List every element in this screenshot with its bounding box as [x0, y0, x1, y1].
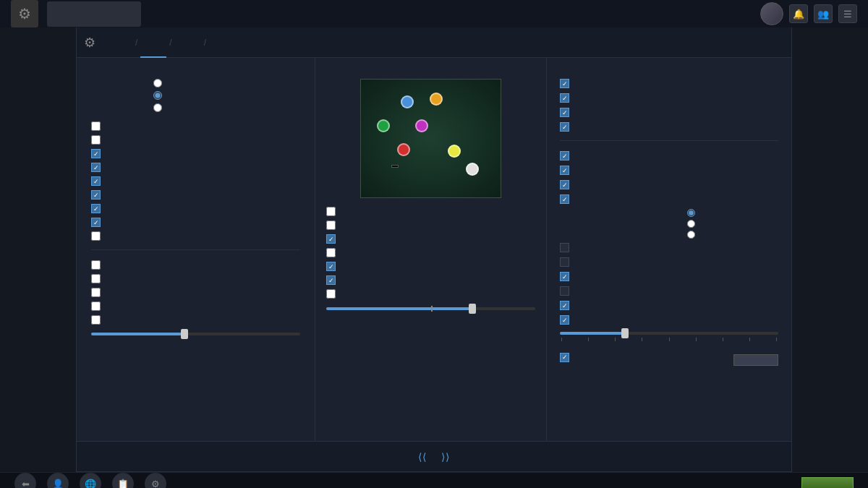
- cb-disable-zoom[interactable]: [91, 301, 300, 311]
- mm-cb-simple-bg[interactable]: ✓: [326, 234, 535, 244]
- arrow-down-left-icon: ⟨⟨: [418, 451, 427, 463]
- tab-hotkeys[interactable]: [106, 27, 132, 58]
- if-cb-disable-status[interactable]: [560, 243, 778, 252]
- mm-cb-hide-bg[interactable]: [326, 221, 535, 230]
- play-dota-button[interactable]: [801, 477, 854, 488]
- if-cb-differentiate-ally[interactable]: ✓: [560, 301, 778, 310]
- radio-never[interactable]: [153, 79, 166, 87]
- alt-badge: [391, 165, 399, 168]
- cb-channeled[interactable]: ✓: [91, 190, 300, 200]
- interface-checkboxes-1: ✓ ✓ ✓ ✓: [560, 151, 778, 204]
- cb-double-tap[interactable]: [91, 135, 300, 145]
- if-cb-neutral-spawn[interactable]: ✓: [560, 166, 778, 175]
- cb-quick-attack[interactable]: ✓: [91, 218, 300, 227]
- camera-speed-fill: [91, 333, 185, 335]
- gear-icon: ⚙: [84, 35, 95, 51]
- interface-extra-checkboxes: ✓ ✓ ✓: [560, 243, 778, 325]
- friends-icon[interactable]: 👥: [814, 4, 833, 23]
- cb-quick-move[interactable]: [91, 231, 300, 241]
- minimap-background: [361, 80, 501, 197]
- minimap-hero-size-notch: [431, 306, 433, 312]
- tab-bar: ⚙ / / /: [77, 27, 791, 58]
- arrow-down-right-icon: ⟩⟩: [441, 451, 450, 463]
- auto-attack-radios: [153, 79, 166, 116]
- user-avatar: [760, 2, 783, 25]
- tab-audio[interactable]: [209, 27, 235, 58]
- minimap-hero-4: [415, 119, 428, 132]
- taskbar-icon-4[interactable]: 📋: [112, 473, 134, 488]
- minimap-hero-6: [448, 145, 461, 158]
- camera-speed-row: [91, 330, 300, 335]
- cursor-size-thumb[interactable]: [621, 328, 629, 338]
- radio-hero-names[interactable]: [687, 209, 699, 217]
- display-names-radios: [687, 209, 699, 239]
- taskbar-icon-2[interactable]: 👤: [47, 473, 69, 488]
- if-cb-unit-query[interactable]: ✓: [560, 272, 778, 281]
- cb-edge-pan[interactable]: [91, 260, 300, 270]
- radio-standard[interactable]: [153, 91, 166, 100]
- cursor-size-section: [560, 330, 778, 341]
- chat-cb-channel[interactable]: ✓: [560, 93, 778, 103]
- radio-nothing[interactable]: [687, 231, 699, 239]
- game-checkboxes: ✓ ✓ ✓ ✓ ✓: [91, 121, 300, 241]
- camera-section: [91, 260, 300, 335]
- mm-cb-simple-colors[interactable]: [326, 207, 535, 216]
- if-cb-holding-alt[interactable]: ✓: [560, 151, 778, 160]
- cb-teleport[interactable]: ✓: [91, 176, 300, 186]
- display-names-section: [560, 209, 778, 239]
- mm-cb-minimap-right[interactable]: [326, 289, 535, 299]
- cb-hold-select[interactable]: [91, 315, 300, 325]
- camera-speed-slider[interactable]: [91, 333, 300, 335]
- mm-cb-alt-hero-icons[interactable]: ✓: [326, 262, 535, 271]
- menu-icon[interactable]: ☰: [838, 4, 857, 23]
- minimap-hero-3: [377, 119, 390, 132]
- center-panel: ⚙ / / /: [0, 27, 868, 472]
- chat-interface-column: ✓ ✓ ✓ ✓: [547, 58, 791, 441]
- top-navbar: ⚙ 🔔 👥 ☰: [0, 0, 868, 27]
- taskbar-icon-1[interactable]: ⬅: [14, 473, 36, 488]
- tab-options[interactable]: [140, 27, 166, 58]
- if-cb-colorblind[interactable]: [560, 286, 778, 296]
- chat-checkboxes: ✓ ✓ ✓ ✓: [560, 79, 778, 132]
- camera-speed-thumb[interactable]: [181, 329, 188, 339]
- if-cb-hide-damage[interactable]: [560, 257, 778, 267]
- minimap-hero-5: [397, 143, 410, 156]
- cb-reverse-camera[interactable]: [91, 274, 300, 283]
- minimap-hero-2: [430, 93, 443, 106]
- nav-right: 🔔 👥 ☰: [760, 2, 857, 25]
- cb-rightclick[interactable]: ✓: [91, 204, 300, 213]
- radio-always[interactable]: [153, 103, 166, 112]
- cursor-tick-marks: [560, 338, 778, 341]
- reset-button[interactable]: [733, 354, 778, 366]
- cb-center-camera[interactable]: [91, 288, 300, 297]
- if-cb-auto-cursor[interactable]: ✓: [560, 315, 778, 325]
- if-cb-show-help[interactable]: ✓: [560, 353, 574, 362]
- mm-cb-invert-alt[interactable]: ✓: [326, 275, 535, 285]
- chat-cb-steam[interactable]: ✓: [560, 79, 778, 88]
- chat-cb-mute-incoming[interactable]: ✓: [560, 108, 778, 117]
- notifications-icon[interactable]: 🔔: [789, 4, 808, 23]
- if-cb-rangefinder[interactable]: ✓: [560, 194, 778, 204]
- tab-video[interactable]: [175, 27, 201, 58]
- cb-unified-orders[interactable]: ✓: [91, 163, 300, 172]
- main-content: ✓ ✓ ✓ ✓ ✓: [77, 58, 791, 441]
- minimap-hero-size-slider[interactable]: [326, 307, 535, 310]
- minimap-hero-size-section: [326, 304, 535, 310]
- cb-smart-double[interactable]: ✓: [91, 149, 300, 158]
- cb-auto-select[interactable]: [91, 121, 300, 131]
- cursor-size-fill: [560, 332, 626, 335]
- bottom-taskbar: ⬅ 👤 🌐 📋 ⚙: [0, 472, 868, 488]
- minimap-hero-size-fill: [326, 307, 472, 310]
- mm-cb-extra-large[interactable]: [326, 248, 535, 257]
- minimap-preview: [360, 79, 501, 198]
- taskbar-icon-5[interactable]: ⚙: [145, 473, 166, 488]
- help-tips-row: ✓: [560, 348, 778, 366]
- bottom-bar[interactable]: ⟨⟨ ⟩⟩: [77, 441, 791, 471]
- chat-cb-mute-enemies[interactable]: ✓: [560, 122, 778, 132]
- taskbar-icon-3[interactable]: 🌐: [80, 473, 101, 488]
- minimap-hero-size-thumb[interactable]: [469, 304, 476, 314]
- cursor-size-slider[interactable]: [560, 332, 778, 335]
- if-cb-tower-range[interactable]: ✓: [560, 180, 778, 189]
- minimap-column: ✓ ✓ ✓: [315, 58, 547, 441]
- radio-player-names[interactable]: [687, 220, 699, 228]
